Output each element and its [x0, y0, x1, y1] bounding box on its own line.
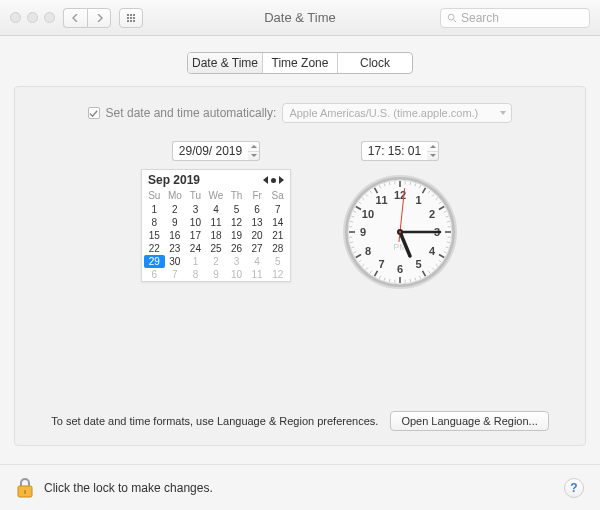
- calendar-day[interactable]: 17: [185, 229, 206, 242]
- window-controls: [10, 12, 55, 23]
- calendar-day[interactable]: 7: [165, 268, 186, 281]
- stepper-down-button[interactable]: [248, 152, 259, 161]
- lock-text: Click the lock to make changes.: [44, 481, 213, 495]
- calendar-day[interactable]: 2: [206, 255, 227, 268]
- lock-area: Click the lock to make changes.: [16, 477, 213, 499]
- content-area: Date & Time Time Zone Clock Set date and…: [0, 36, 600, 446]
- calendar-day[interactable]: 6: [144, 268, 165, 281]
- show-all-preferences-button[interactable]: [119, 8, 143, 28]
- calendar-day[interactable]: 28: [267, 242, 288, 255]
- close-window-button[interactable]: [10, 12, 21, 23]
- auto-set-checkbox[interactable]: [88, 107, 100, 119]
- calendar-day[interactable]: 8: [185, 268, 206, 281]
- calendar-day[interactable]: 22: [144, 242, 165, 255]
- calendar-day[interactable]: 21: [267, 229, 288, 242]
- calendar-day[interactable]: 25: [206, 242, 227, 255]
- calendar-day[interactable]: 29: [144, 255, 165, 268]
- stepper-up-button[interactable]: [427, 142, 438, 152]
- calendar-day[interactable]: 8: [144, 216, 165, 229]
- zoom-window-button[interactable]: [44, 12, 55, 23]
- date-stepper[interactable]: [248, 141, 260, 161]
- svg-text:9: 9: [360, 226, 366, 238]
- titlebar: Date & Time Search: [0, 0, 600, 36]
- calendar-day[interactable]: 10: [226, 268, 247, 281]
- calendar-day[interactable]: 16: [165, 229, 186, 242]
- time-field[interactable]: 17: 15: 01: [361, 141, 439, 161]
- calendar-next-button[interactable]: [279, 176, 284, 184]
- calendar-day[interactable]: 12: [267, 268, 288, 281]
- analog-clock: 123456789101112PM: [341, 173, 459, 291]
- calendar-day[interactable]: 23: [165, 242, 186, 255]
- calendar-day[interactable]: 15: [144, 229, 165, 242]
- stepper-down-button[interactable]: [427, 152, 438, 161]
- calendar-day[interactable]: 11: [206, 216, 227, 229]
- svg-text:10: 10: [362, 208, 374, 220]
- calendar: Sep 2019 Su Mo Tu We Th Fr: [141, 169, 291, 282]
- tab-clock[interactable]: Clock: [338, 53, 412, 73]
- chevron-left-icon: [72, 14, 80, 22]
- calendar-day[interactable]: 13: [247, 216, 268, 229]
- calendar-day[interactable]: 18: [206, 229, 227, 242]
- calendar-day[interactable]: 20: [247, 229, 268, 242]
- lock-icon[interactable]: [16, 477, 34, 499]
- calendar-day[interactable]: 9: [165, 216, 186, 229]
- stepper-up-button[interactable]: [248, 142, 259, 152]
- calendar-day[interactable]: 6: [247, 203, 268, 216]
- tab-date-and-time[interactable]: Date & Time: [188, 53, 263, 73]
- date-column: 29/09/ 2019 Sep 2019: [141, 141, 291, 282]
- calendar-day[interactable]: 1: [144, 203, 165, 216]
- calendar-day[interactable]: 27: [247, 242, 268, 255]
- svg-rect-84: [24, 490, 26, 494]
- open-language-region-button[interactable]: Open Language & Region...: [390, 411, 548, 431]
- tab-time-zone[interactable]: Time Zone: [263, 53, 338, 73]
- time-server-select[interactable]: Apple Americas/U.S. (time.apple.com.): [282, 103, 512, 123]
- calendar-day[interactable]: 4: [247, 255, 268, 268]
- calendar-day[interactable]: 26: [226, 242, 247, 255]
- calendar-day[interactable]: 14: [267, 216, 288, 229]
- minimize-window-button[interactable]: [27, 12, 38, 23]
- svg-text:8: 8: [365, 245, 371, 257]
- date-field[interactable]: 29/09/ 2019: [172, 141, 260, 161]
- chevron-right-icon: [95, 14, 103, 22]
- check-icon: [89, 109, 98, 118]
- search-icon: [447, 13, 457, 23]
- view-tabs: Date & Time Time Zone Clock: [187, 52, 413, 74]
- svg-text:6: 6: [397, 263, 403, 275]
- svg-text:2: 2: [429, 208, 435, 220]
- date-time-columns: 29/09/ 2019 Sep 2019: [35, 141, 565, 291]
- search-input[interactable]: Search: [440, 8, 590, 28]
- calendar-day[interactable]: 5: [267, 255, 288, 268]
- nav-back-button[interactable]: [63, 8, 87, 28]
- footer: Click the lock to make changes. ?: [0, 464, 600, 510]
- calendar-day[interactable]: 3: [185, 203, 206, 216]
- calendar-day[interactable]: 2: [165, 203, 186, 216]
- nav-back-forward: [63, 8, 111, 28]
- calendar-today-button[interactable]: [271, 178, 276, 183]
- calendar-day[interactable]: 1: [185, 255, 206, 268]
- calendar-day[interactable]: 9: [206, 268, 227, 281]
- chevron-down-icon: [500, 111, 506, 115]
- nav-forward-button[interactable]: [87, 8, 111, 28]
- calendar-nav: [263, 176, 284, 184]
- calendar-day[interactable]: 3: [226, 255, 247, 268]
- calendar-day[interactable]: 7: [267, 203, 288, 216]
- search-placeholder: Search: [461, 11, 499, 25]
- calendar-day[interactable]: 10: [185, 216, 206, 229]
- grid-icon: [127, 14, 135, 22]
- calendar-day[interactable]: 12: [226, 216, 247, 229]
- formats-hint: To set date and time formats, use Langua…: [51, 415, 378, 427]
- time-stepper[interactable]: [427, 141, 439, 161]
- svg-text:11: 11: [375, 194, 387, 206]
- calendar-day[interactable]: 19: [226, 229, 247, 242]
- svg-text:4: 4: [429, 245, 436, 257]
- calendar-month-label: Sep 2019: [148, 173, 200, 187]
- calendar-day[interactable]: 4: [206, 203, 227, 216]
- calendar-day[interactable]: 5: [226, 203, 247, 216]
- calendar-day[interactable]: 11: [247, 268, 268, 281]
- time-column: 17: 15: 01 123456789101112PM: [341, 141, 459, 291]
- calendar-day[interactable]: 24: [185, 242, 206, 255]
- calendar-day[interactable]: 30: [165, 255, 186, 268]
- calendar-prev-button[interactable]: [263, 176, 268, 184]
- time-server-value: Apple Americas/U.S. (time.apple.com.): [289, 107, 478, 119]
- help-button[interactable]: ?: [564, 478, 584, 498]
